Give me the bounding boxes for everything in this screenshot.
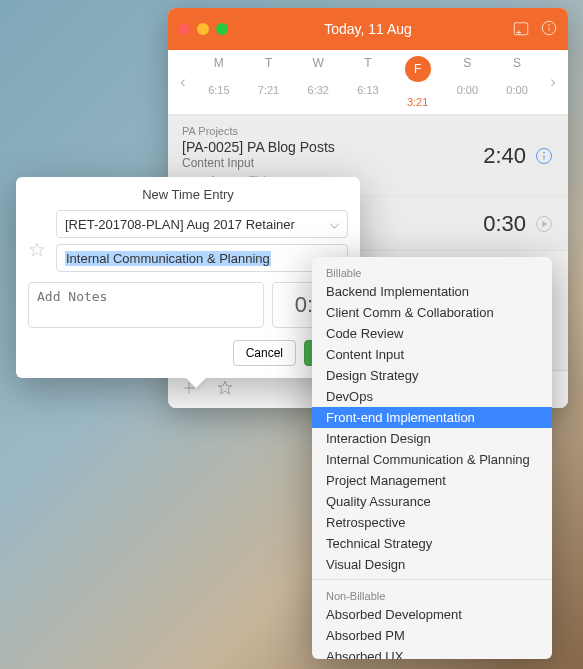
task-select-value: Internal Communication & Planning <box>65 251 271 266</box>
day-total: 0:00 <box>494 84 540 96</box>
project-select[interactable]: [RET-201708-PLAN] Aug 2017 Retainer <box>56 210 348 238</box>
day-total: 7:21 <box>246 84 292 96</box>
dropdown-item[interactable]: Front-end Implementation <box>312 407 552 428</box>
dropdown-item[interactable]: Technical Strategy <box>312 533 552 554</box>
day-s-6[interactable]: S 0:00 <box>494 56 540 108</box>
favorites-button[interactable] <box>216 379 234 400</box>
day-total: 6:15 <box>196 84 242 96</box>
dropdown-group-label: Non-Billable <box>312 584 552 604</box>
info-icon[interactable] <box>540 19 558 40</box>
day-letter: S <box>444 56 490 70</box>
dropdown-item[interactable]: Visual Design <box>312 554 552 575</box>
entry-duration: 0:30 <box>483 211 526 237</box>
dropdown-item[interactable]: Internal Communication & Planning <box>312 449 552 470</box>
close-window-button[interactable] <box>178 23 190 35</box>
entry-info-icon[interactable] <box>534 146 554 166</box>
dropdown-item[interactable]: Backend Implementation <box>312 281 552 302</box>
day-w-2[interactable]: W 6:32 <box>295 56 341 108</box>
dropdown-item[interactable]: Interaction Design <box>312 428 552 449</box>
svg-marker-14 <box>30 243 44 256</box>
entry-duration: 2:40 <box>483 143 526 169</box>
task-type-dropdown[interactable]: BillableBackend ImplementationClient Com… <box>312 257 552 659</box>
day-total: 6:32 <box>295 84 341 96</box>
day-total: 3:21 <box>395 96 441 108</box>
window-title: Today, 11 Aug <box>168 21 568 37</box>
day-s-5[interactable]: S 0:00 <box>444 56 490 108</box>
day-letter: T <box>246 56 292 70</box>
dropdown-item[interactable]: Project Management <box>312 470 552 491</box>
dropdown-item[interactable]: Retrospective <box>312 512 552 533</box>
dropdown-group-label: Billable <box>312 261 552 281</box>
dropdown-item[interactable]: DevOps <box>312 386 552 407</box>
prev-week-button[interactable]: ‹ <box>172 73 194 91</box>
traffic-lights <box>178 23 228 35</box>
entry-project: PA Projects <box>182 125 483 137</box>
titlebar: Today, 11 Aug <box>168 8 568 50</box>
svg-point-5 <box>549 24 550 25</box>
dropdown-item[interactable]: Client Comm & Collaboration <box>312 302 552 323</box>
day-f-4[interactable]: F 3:21 <box>395 56 441 108</box>
day-total: 6:13 <box>345 84 391 96</box>
day-letter: M <box>196 56 242 70</box>
new-time-entry-modal: New Time Entry [RET-201708-PLAN] Aug 201… <box>16 177 360 378</box>
day-letter: F <box>405 56 431 82</box>
svg-rect-0 <box>514 22 528 34</box>
project-select-value: [RET-201708-PLAN] Aug 2017 Retainer <box>65 217 295 232</box>
cancel-button[interactable]: Cancel <box>233 340 296 366</box>
dropdown-item[interactable]: Content Input <box>312 344 552 365</box>
dropdown-item[interactable]: Design Strategy <box>312 365 552 386</box>
svg-point-8 <box>544 152 545 153</box>
play-icon[interactable] <box>534 214 554 234</box>
dropdown-item[interactable]: Quality Assurance <box>312 491 552 512</box>
zoom-window-button[interactable] <box>216 23 228 35</box>
day-total: 0:00 <box>444 84 490 96</box>
next-week-button[interactable]: › <box>542 73 564 91</box>
dropdown-item[interactable]: Absorbed PM <box>312 625 552 646</box>
entry-subtask: Content Input <box>182 156 483 170</box>
task-select[interactable]: Internal Communication & Planning <box>56 244 348 272</box>
calendar-add-icon[interactable] <box>512 19 530 40</box>
svg-marker-10 <box>542 220 547 227</box>
day-letter: S <box>494 56 540 70</box>
dropdown-item[interactable]: Code Review <box>312 323 552 344</box>
modal-title: New Time Entry <box>16 177 360 210</box>
day-letter: W <box>295 56 341 70</box>
dropdown-item[interactable]: Absorbed Development <box>312 604 552 625</box>
svg-marker-13 <box>218 381 232 394</box>
day-t-3[interactable]: T 6:13 <box>345 56 391 108</box>
favorite-toggle[interactable] <box>28 241 46 259</box>
notes-input[interactable] <box>28 282 264 328</box>
day-letter: T <box>345 56 391 70</box>
entry-task: [PA-0025] PA Blog Posts <box>182 139 483 155</box>
dropdown-item[interactable]: Absorbed UX <box>312 646 552 659</box>
minimize-window-button[interactable] <box>197 23 209 35</box>
week-selector: ‹ M 6:15T 7:21W 6:32T 6:13F 3:21S 0:00S … <box>168 50 568 115</box>
day-t-1[interactable]: T 7:21 <box>246 56 292 108</box>
day-m-0[interactable]: M 6:15 <box>196 56 242 108</box>
